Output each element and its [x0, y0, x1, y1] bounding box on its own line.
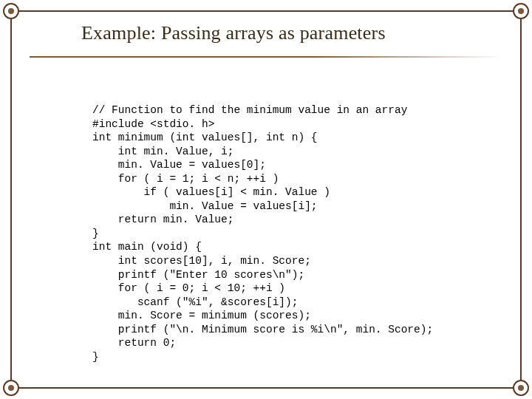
corner-ornament-icon [513, 380, 529, 396]
slide-title: Example: Passing arrays as parameters [81, 22, 386, 44]
corner-ornament-icon [3, 3, 19, 19]
title-underline [30, 56, 502, 58]
corner-ornament-icon [513, 3, 529, 19]
corner-ornament-icon [3, 380, 19, 396]
code-block: // Function to find the minimum value in… [92, 103, 433, 364]
slide: Example: Passing arrays as parameters //… [0, 0, 532, 399]
